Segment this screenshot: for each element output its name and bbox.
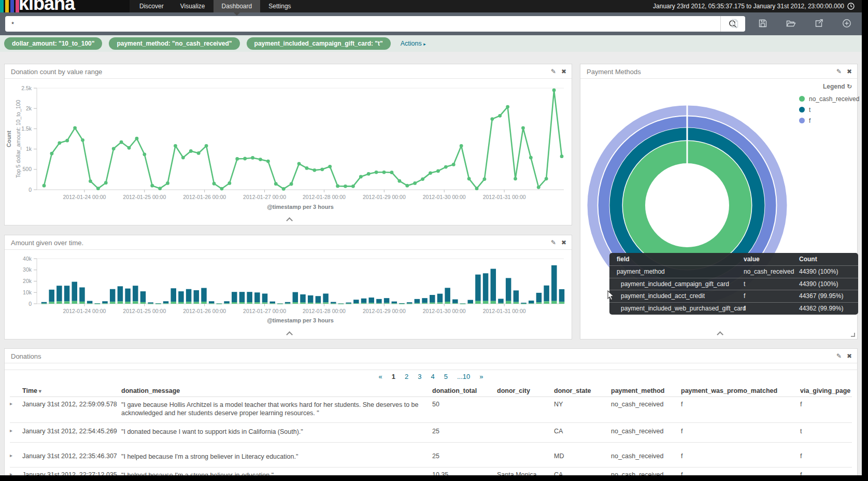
cell-payment_method: no_cash_received (611, 401, 663, 408)
legend-dot-icon (799, 96, 805, 102)
close-panel-icon[interactable]: ✖ (561, 238, 566, 247)
svg-text:20k: 20k (23, 278, 32, 284)
tab-discover[interactable]: Discover (131, 0, 172, 12)
page-2[interactable]: 2 (405, 373, 408, 380)
amount-given-bar-chart[interactable]: 010k20k30k40k2012-01-24 00:002012-01-25 … (5, 250, 573, 329)
page-4[interactable]: 4 (431, 373, 434, 380)
legend-item-label: f (809, 117, 810, 124)
tab-settings[interactable]: Settings (260, 0, 299, 12)
folder-open-icon (786, 19, 796, 28)
tooltip-header-row: fieldvalueCount (609, 253, 858, 266)
column-header-Time[interactable]: Time ▾ (22, 387, 41, 394)
edit-panel-icon[interactable]: ✎ (551, 238, 556, 247)
panel-amount-given-header: Amount given over time. ✎ ✖ (5, 235, 572, 250)
svg-text:30k: 30k (23, 266, 32, 273)
logo-text: kibana (19, 0, 75, 12)
donation-count-line-chart[interactable]: 05001k1.5k2k2.5k2012-01-24 00:002012-01-… (5, 79, 573, 215)
cell-via_giving_page: t (800, 428, 802, 435)
filter-pill-dollar-amount[interactable]: dollar_amount: "10_to_100" (4, 37, 102, 50)
chart-tooltip: fieldvalueCountpayment_methodno_cash_rec… (609, 253, 858, 315)
legend-item-f[interactable]: f (786, 115, 853, 126)
open-dashboard-button[interactable] (784, 16, 798, 31)
edit-panel-icon[interactable]: ✎ (836, 67, 842, 76)
cell-donor_state: MD (554, 452, 564, 460)
legend-item-no_cash_received[interactable]: no_cash_received (786, 93, 853, 104)
filter-actions-link[interactable]: Actions ▸ (401, 40, 426, 47)
panel-donation-count-header: Donation count by value range ✎ ✖ (5, 64, 572, 79)
close-panel-icon[interactable]: ✖ (561, 67, 566, 76)
row-separator (10, 422, 852, 423)
expand-row-caret[interactable]: ▸ (10, 401, 12, 406)
kibana-logo[interactable]: kibana (0, 0, 130, 12)
expand-row-caret[interactable]: ▸ (10, 428, 12, 433)
collapse-panel-chevron[interactable] (5, 215, 572, 224)
time-range-label: January 23rd 2012, 05:35:37.175 to Janua… (653, 0, 844, 12)
page-5[interactable]: 5 (444, 373, 448, 380)
share-dashboard-button[interactable] (812, 16, 826, 31)
plus-circle-icon (842, 19, 851, 28)
chart-legend: Legend ↻ no_cash_receivedtf (786, 83, 853, 126)
svg-text:2012-01-31 00:00: 2012-01-31 00:00 (483, 308, 526, 314)
legend-toggle[interactable]: Legend ↻ (786, 83, 853, 90)
close-panel-icon[interactable]: ✖ (847, 67, 852, 76)
add-visualization-button[interactable] (840, 16, 853, 31)
time-range-picker[interactable]: January 23rd 2012, 05:35:37.175 to Janua… (653, 0, 855, 12)
close-panel-icon[interactable]: ✖ (847, 352, 852, 360)
column-header-donation_message[interactable]: donation_message (121, 387, 180, 394)
cell-donation_total: 25 (432, 452, 439, 460)
svg-text:2012-01-26 00:00: 2012-01-26 00:00 (183, 308, 226, 314)
column-header-payment_was_promo_matched[interactable]: payment_was_promo_matched (681, 387, 777, 394)
column-header-via_giving_page[interactable]: via_giving_page (800, 387, 850, 394)
tab-dashboard[interactable]: Dashboard (214, 0, 261, 12)
table-pagination: «12345...10» (5, 373, 857, 380)
svg-text:Count: Count (6, 131, 12, 147)
svg-text:1k: 1k (26, 146, 32, 152)
legend-dot-icon (799, 107, 805, 112)
edit-panel-icon[interactable]: ✎ (551, 67, 556, 76)
tooltip-count: 44367 (99.95%) (799, 292, 858, 300)
svg-text:Top 5 dollar_amount: 10_to_100: Top 5 dollar_amount: 10_to_100 (15, 100, 21, 178)
page-1[interactable]: 1 (392, 373, 395, 380)
cell-via_giving_page: f (800, 401, 802, 408)
expand-row-caret[interactable]: ▸ (10, 471, 12, 475)
legend-item-t[interactable]: t (786, 104, 853, 115)
edit-panel-icon[interactable]: ✎ (836, 352, 842, 360)
chevron-up-icon (286, 217, 293, 224)
filter-pill-payment-method[interactable]: payment_method: "no_cash_received" (109, 37, 239, 50)
expand-row-caret[interactable]: ▸ (10, 452, 12, 458)
tooltip-row: payment_methodno_cash_received44390 (100… (609, 266, 858, 278)
tooltip-count: 44390 (100%) (799, 268, 858, 275)
tooltip-col-value: value (744, 256, 799, 263)
filter-pill-campaign-gift-card[interactable]: payment_included_campaign_gift_card: "t" (247, 37, 391, 50)
page-3[interactable]: 3 (418, 373, 421, 380)
column-header-donation_total[interactable]: donation_total (432, 387, 477, 394)
legend-item-label: no_cash_received (809, 95, 859, 103)
panel-resize-handle[interactable] (851, 333, 855, 337)
page-«[interactable]: « (379, 373, 382, 380)
cell-payment_was_promo_matched: f (681, 401, 682, 408)
cell-donor_state: CA (554, 428, 563, 435)
tooltip-count: 44362 (99.99%) (799, 305, 858, 312)
column-header-donor_city[interactable]: donor_city (497, 387, 530, 394)
svg-text:2012-01-27 00:00: 2012-01-27 00:00 (243, 194, 286, 200)
tab-visualize[interactable]: Visualize (172, 0, 214, 12)
collapse-panel-chevron[interactable] (5, 329, 572, 338)
cell-payment_was_promo_matched: f (681, 452, 682, 460)
collapse-panel-chevron[interactable] (580, 329, 857, 338)
column-header-payment_method[interactable]: payment_method (611, 387, 665, 394)
page-...10[interactable]: ...10 (457, 373, 470, 380)
column-header-donor_state[interactable]: donor_state (554, 387, 591, 394)
page-»[interactable]: » (479, 373, 483, 380)
panel-amount-given: Amount given over time. ✎ ✖ 010k20k30k40… (4, 235, 572, 339)
svg-text:2012-01-27 00:00: 2012-01-27 00:00 (243, 308, 286, 314)
tooltip-col-count: Count (799, 256, 858, 263)
cell-donation_message: "I gave because Hollis Architzel is a mo… (121, 401, 421, 417)
search-input[interactable] (5, 16, 720, 32)
svg-text:2012-01-30 00:00: 2012-01-30 00:00 (423, 194, 466, 200)
save-dashboard-button[interactable] (756, 16, 770, 31)
table-header-underline (10, 397, 852, 397)
kibana-app: kibana Discover Visualize Dashboard Sett… (0, 0, 862, 475)
svg-text:2012-01-29 00:00: 2012-01-29 00:00 (363, 194, 406, 200)
new-dashboard-button[interactable] (728, 16, 742, 31)
tooltip-field: payment_included_web_purchased_gift_card (609, 305, 744, 312)
